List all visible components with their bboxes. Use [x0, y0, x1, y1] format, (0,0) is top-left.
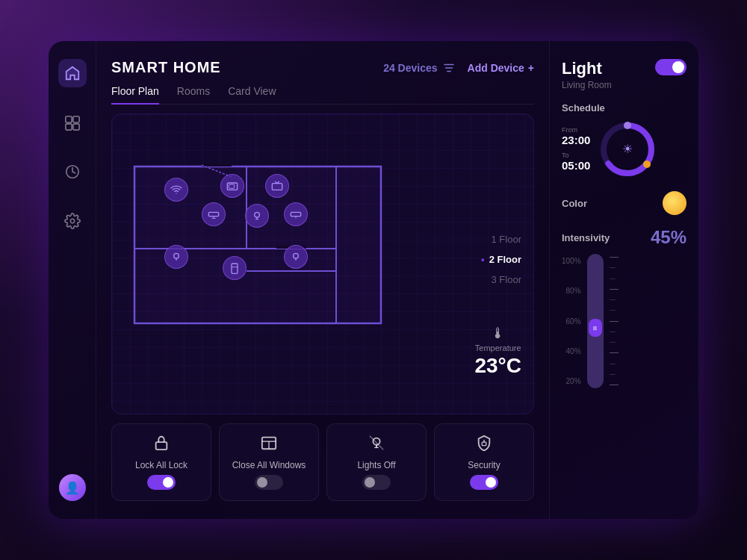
tick-12: [610, 374, 616, 375]
lock-toggle[interactable]: [147, 475, 176, 490]
device-ac2[interactable]: [284, 202, 308, 226]
device-wifi[interactable]: [164, 178, 188, 202]
color-swatch[interactable]: [663, 191, 686, 215]
security-toggle[interactable]: [470, 475, 498, 490]
header-right: 24 Devices Add Device +: [383, 61, 534, 75]
svg-rect-27: [291, 212, 300, 216]
windows-toggle[interactable]: [255, 475, 283, 490]
window-icon: [261, 435, 277, 455]
app-title: SMART HOME: [111, 59, 221, 76]
intensity-bar-container: 100% 80% 60% 40% 20%: [562, 254, 686, 388]
intensity-header: Intensivity 45%: [562, 227, 686, 248]
svg-point-47: [643, 161, 651, 168]
schedule-times: From 23:00 To 05:00: [562, 126, 590, 172]
device-light3[interactable]: [284, 245, 308, 269]
tab-floor-plan[interactable]: Floor Plan: [111, 85, 159, 105]
tick-11: [610, 364, 616, 364]
time-to-value: 05:00: [562, 159, 590, 172]
add-device-button[interactable]: Add Device +: [468, 62, 534, 74]
tick-2: [610, 267, 616, 268]
device-ac[interactable]: [202, 202, 226, 226]
app-container: 👤 SMART HOME 24 Devices Add Device +: [49, 41, 698, 519]
time-from: From 23:00: [562, 126, 590, 147]
tick-13: [610, 385, 619, 385]
svg-rect-1: [72, 116, 78, 122]
svg-point-39: [373, 438, 379, 445]
sidebar: 👤: [49, 41, 96, 519]
light-toggle[interactable]: [655, 59, 686, 75]
device-light2[interactable]: [164, 245, 188, 269]
device-microwave[interactable]: [220, 174, 244, 198]
schedule-dial[interactable]: ☀: [598, 119, 657, 179]
pct-40: 40%: [562, 347, 581, 355]
filter-icon[interactable]: [442, 61, 456, 75]
intensity-section: Intensivity 45% 100% 80% 60% 40% 20%: [562, 227, 686, 388]
svg-rect-2: [65, 124, 71, 130]
time-to: To 05:00: [562, 152, 590, 172]
temp-value: 23°C: [474, 354, 521, 378]
intensity-slider[interactable]: [587, 254, 604, 388]
sidebar-item-schedule[interactable]: [58, 158, 87, 186]
tab-card-view[interactable]: Card View: [228, 85, 276, 105]
tick-1: [610, 257, 619, 258]
devices-count: 24 Devices: [383, 61, 455, 75]
pct-100: 100%: [562, 257, 581, 265]
intensity-value: 45%: [651, 227, 686, 248]
pct-20: 20%: [562, 377, 581, 385]
tabs: Floor Plan Rooms Card View: [111, 85, 534, 105]
sidebar-item-settings[interactable]: [58, 207, 87, 235]
svg-point-33: [294, 253, 299, 258]
svg-point-5: [70, 219, 75, 223]
security-icon: [476, 435, 492, 455]
color-title: Color: [562, 198, 587, 209]
action-close-windows[interactable]: Close All Windows: [219, 423, 319, 501]
devices-count-text: 24 Devices: [383, 62, 437, 74]
user-avatar[interactable]: 👤: [59, 474, 86, 501]
floor-section: 1 Floor 2 Floor 3 Floor 🌡 Temperature 23…: [111, 113, 534, 414]
temperature-display: 🌡 Temperature 23°C: [474, 325, 521, 378]
sidebar-item-devices[interactable]: [58, 108, 87, 137]
device-tv[interactable]: [265, 174, 289, 198]
thermometer-icon: 🌡: [474, 325, 521, 342]
add-device-icon: +: [528, 62, 534, 74]
svg-text:☀: ☀: [622, 143, 633, 155]
svg-rect-20: [229, 184, 234, 188]
tick-8: [610, 332, 616, 332]
color-section: Color: [562, 191, 686, 215]
lights-icon: [368, 435, 385, 455]
right-panel: Light Living Room Schedule From 23:00 To…: [549, 41, 698, 519]
lights-toggle[interactable]: [362, 475, 391, 490]
sidebar-item-home[interactable]: [58, 59, 87, 87]
panel-title: Light: [562, 59, 612, 78]
pct-80: 80%: [562, 287, 581, 295]
action-lights-off[interactable]: Lights Off: [326, 423, 427, 501]
svg-rect-35: [156, 442, 167, 449]
floor-1[interactable]: 1 Floor: [492, 233, 521, 244]
floor-3[interactable]: 3 Floor: [492, 273, 521, 284]
svg-point-29: [174, 253, 179, 258]
tick-6: [610, 310, 616, 311]
panel-header: Light Living Room: [562, 59, 686, 90]
tick-4: [610, 289, 619, 290]
action-lock-all[interactable]: Lock All Lock: [111, 423, 211, 501]
security-label: Security: [468, 460, 500, 470]
schedule-details: From 23:00 To 05:00: [562, 119, 686, 179]
add-device-label: Add Device: [468, 62, 524, 74]
device-light1[interactable]: [245, 204, 269, 228]
floor-plan-container: 1 Floor 2 Floor 3 Floor 🌡 Temperature 23…: [111, 113, 534, 414]
schedule-section: Schedule From 23:00 To 05:00: [562, 102, 686, 179]
lock-label: Lock All Lock: [135, 460, 187, 470]
svg-rect-0: [65, 116, 71, 122]
lock-icon: [153, 435, 170, 455]
quick-actions: Lock All Lock Close All Windows Lights O…: [111, 423, 534, 501]
tick-marks: [610, 254, 619, 388]
floor-2[interactable]: 2 Floor: [481, 253, 521, 264]
tick-5: [610, 299, 616, 300]
windows-label: Close All Windows: [232, 460, 306, 470]
action-security[interactable]: Security: [434, 423, 534, 501]
tick-3: [610, 279, 616, 279]
tab-rooms[interactable]: Rooms: [177, 85, 210, 105]
floor-plan-svg: [127, 137, 403, 331]
svg-rect-3: [72, 124, 78, 130]
device-fridge[interactable]: [223, 256, 247, 280]
